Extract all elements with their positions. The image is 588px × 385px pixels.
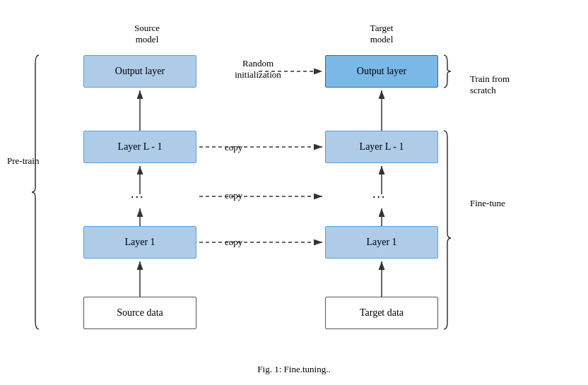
source-layer-l1-box: Layer L - 1 [83, 131, 196, 163]
train-scratch-label: Train from scratch [470, 62, 510, 96]
random-init-label: Random initialization [212, 58, 304, 81]
target-model-label: Target model [339, 23, 424, 45]
source-data-box: Source data [83, 297, 196, 329]
copy-label-layer1: copy [225, 237, 242, 248]
copy-label-dots: copy [225, 190, 242, 201]
copy-label-layerl1: copy [225, 142, 242, 153]
source-model-label: Source model [105, 23, 189, 45]
target-output-box: Output layer [325, 55, 438, 88]
source-output-box: Output layer [83, 55, 196, 88]
target-dots: ... [372, 186, 387, 201]
pretrain-label: Pre-train [7, 155, 39, 167]
target-layer1-box: Layer 1 [325, 226, 438, 259]
figure-caption: Fig. 1: Fine.tuning.. [0, 364, 588, 375]
finetune-label: Fine-tune [470, 198, 505, 209]
target-data-box: Target data [325, 297, 438, 329]
target-layer-l1-box: Layer L - 1 [325, 131, 438, 163]
source-layer1-box: Layer 1 [83, 226, 196, 259]
source-dots: ... [131, 186, 145, 201]
diagram: Source model Target model Output layer L… [0, 0, 588, 385]
